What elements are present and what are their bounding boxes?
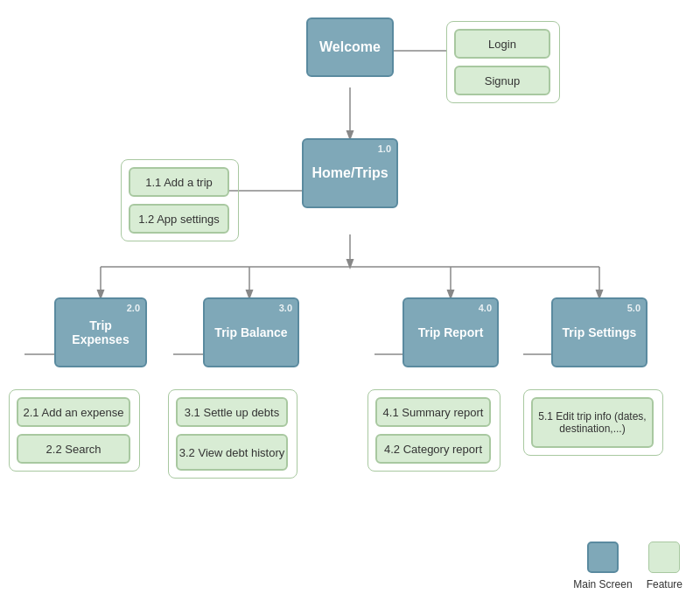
search-label: 2.2 Search — [46, 443, 102, 456]
summary-report-feature: 4.1 Summary report — [375, 397, 491, 427]
report-feature-group: 4.1 Summary report 4.2 Category report — [368, 389, 500, 472]
home-feature-group: 1.1 Add a trip 1.2 App settings — [121, 159, 239, 241]
home-trips-number: 1.0 — [378, 143, 391, 154]
legend-feature-box — [648, 542, 680, 573]
add-trip-feature: 1.1 Add a trip — [129, 167, 229, 197]
trip-balance-label: Trip Balance — [214, 325, 287, 339]
settle-debts-label: 3.1 Settle up debts — [185, 406, 279, 419]
expenses-feature-group: 2.1 Add an expense 2.2 Search — [9, 389, 140, 472]
legend-feature: Feature — [647, 542, 682, 591]
view-debt-label: 3.2 View debt history — [179, 446, 284, 459]
legend-main-screen: Main Screen — [573, 542, 632, 591]
legend: Main Screen Feature — [573, 542, 682, 591]
home-trips-node: 1.0 Home/Trips — [302, 138, 398, 208]
app-settings-label: 1.2 App settings — [138, 213, 220, 226]
settle-debts-feature: 3.1 Settle up debts — [176, 397, 288, 427]
trip-balance-number: 3.0 — [279, 303, 292, 313]
welcome-node: Welcome — [306, 17, 394, 77]
signup-feature: Signup — [454, 66, 550, 95]
trip-balance-node: 3.0 Trip Balance — [203, 297, 299, 367]
add-expense-feature: 2.1 Add an expense — [17, 397, 130, 427]
balance-feature-group: 3.1 Settle up debts 3.2 View debt histor… — [168, 389, 298, 479]
legend-main-screen-box — [587, 542, 619, 573]
edit-trip-feature: 5.1 Edit trip info (dates, destination,.… — [531, 397, 654, 448]
trip-expenses-node: 2.0 TripExpenses — [54, 297, 147, 367]
app-settings-feature: 1.2 App settings — [129, 204, 229, 234]
view-debt-feature: 3.2 View debt history — [176, 434, 288, 471]
summary-report-label: 4.1 Summary report — [383, 406, 484, 419]
trip-report-number: 4.0 — [479, 303, 492, 313]
login-label: Login — [488, 38, 516, 51]
diagram-container: Welcome Login Signup 1.0 Home/Trips 1.1 … — [0, 0, 700, 608]
legend-main-screen-label: Main Screen — [573, 578, 632, 591]
add-expense-label: 2.1 Add an expense — [24, 406, 124, 419]
trip-settings-number: 5.0 — [627, 303, 640, 313]
search-feature: 2.2 Search — [17, 434, 130, 464]
legend-feature-label: Feature — [647, 578, 682, 591]
category-report-feature: 4.2 Category report — [375, 434, 491, 464]
edit-trip-label: 5.1 Edit trip info (dates, destination,.… — [536, 410, 648, 435]
home-trips-label: Home/Trips — [312, 165, 388, 181]
category-report-label: 4.2 Category report — [384, 443, 482, 456]
trip-expenses-label: TripExpenses — [72, 318, 129, 346]
trip-expenses-number: 2.0 — [127, 303, 140, 313]
trip-settings-label: Trip Settings — [563, 325, 637, 339]
trip-report-label: Trip Report — [418, 325, 484, 339]
login-feature: Login — [454, 29, 550, 59]
welcome-label: Welcome — [319, 39, 381, 55]
welcome-feature-group: Login Signup — [446, 21, 560, 103]
add-trip-label: 1.1 Add a trip — [145, 176, 213, 189]
settings-feature-group: 5.1 Edit trip info (dates, destination,.… — [523, 389, 663, 456]
signup-label: Signup — [485, 74, 520, 87]
trip-settings-node: 5.0 Trip Settings — [551, 297, 648, 367]
trip-report-node: 4.0 Trip Report — [402, 297, 499, 367]
